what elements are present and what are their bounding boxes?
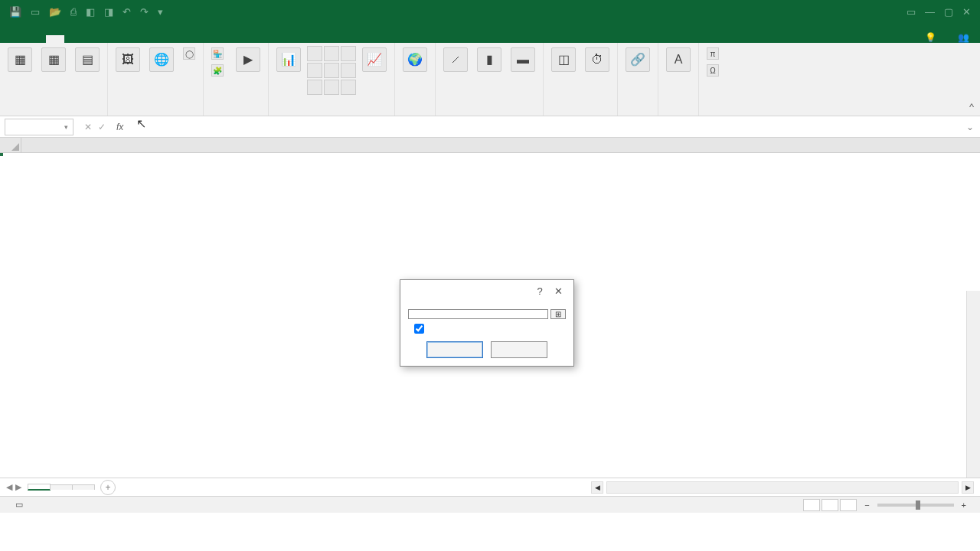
range-selector-icon[interactable]: ⊞ — [550, 309, 566, 319]
text-button[interactable]: A — [663, 46, 694, 75]
open-icon[interactable]: 📂 — [49, 6, 61, 18]
qat-icon3[interactable]: ◨ — [104, 6, 113, 18]
hyperlink-button[interactable]: 🔗 — [622, 46, 653, 75]
name-box[interactable] — [5, 119, 74, 135]
sheet-nav-prev-icon[interactable]: ◀ — [6, 482, 12, 492]
sparkline-line-button[interactable]: ⟋ — [440, 46, 471, 75]
shapes-button[interactable]: ◯ — [180, 46, 198, 61]
enter-formula-icon[interactable]: ✓ — [98, 122, 106, 132]
macro-recording-icon[interactable]: ▭ — [15, 500, 23, 510]
symbol-button[interactable]: Ω — [704, 63, 725, 78]
save-icon[interactable]: 💾 — [9, 6, 21, 18]
qat: 💾 ▭ 📂 ⎙ ◧ ◨ ↶ ↷ ▾ — [0, 6, 172, 18]
hscroll-left-icon[interactable]: ◀ — [591, 481, 603, 494]
sheet-nav-next-icon[interactable]: ▶ — [15, 482, 21, 492]
tab-xlcampus[interactable] — [193, 35, 211, 43]
tell-me-search[interactable] — [925, 32, 936, 43]
pictures-button[interactable]: 🖼 — [113, 46, 143, 75]
select-all-button[interactable] — [0, 138, 21, 152]
tab-page-layout[interactable] — [64, 35, 83, 43]
formula-bar: ✕ ✓ fx ⌄ — [0, 116, 980, 138]
recommended-pivottables-button[interactable]: ▦ — [38, 46, 69, 75]
dialog-help-icon[interactable]: ? — [531, 285, 549, 297]
new-sheet-button[interactable]: + — [100, 480, 116, 495]
new-icon[interactable]: ▭ — [31, 6, 40, 18]
store-button[interactable]: 🏪 — [208, 46, 230, 61]
tab-view[interactable] — [138, 35, 156, 43]
dialog-close-icon[interactable]: ✕ — [549, 285, 567, 297]
tab-home[interactable] — [28, 35, 46, 43]
tab-formulas[interactable] — [83, 35, 101, 43]
vertical-scrollbar[interactable] — [966, 291, 980, 478]
headers-checkbox[interactable] — [414, 324, 424, 334]
view-page-break-icon[interactable] — [840, 499, 857, 511]
tab-developer[interactable] — [156, 35, 175, 43]
redo-icon[interactable]: ↷ — [140, 6, 149, 18]
cancel-button[interactable] — [491, 341, 547, 358]
share-button[interactable] — [958, 32, 969, 43]
maximize-icon[interactable]: ▢ — [944, 6, 953, 18]
ok-button[interactable] — [426, 341, 483, 358]
active-cell-border — [0, 153, 3, 156]
titlebar: 💾 ▭ 📂 ⎙ ◧ ◨ ↶ ↷ ▾ ▭ — ▢ ✕ — [0, 0, 980, 23]
bing-maps-button[interactable]: ▶ — [233, 46, 263, 73]
3d-map-button[interactable]: 🌍 — [400, 46, 430, 75]
online-pictures-button[interactable]: 🌐 — [146, 46, 177, 75]
hscroll-right-icon[interactable]: ▶ — [962, 481, 974, 494]
tab-data[interactable] — [101, 35, 119, 43]
status-bar: ▭ − + — [0, 496, 980, 513]
ribbon-insert: ▦ ▦ ▤ 🖼 🌐 ◯ 🏪 🧩 ▶ 📊 📈 — [0, 43, 980, 116]
zoom-out-icon[interactable]: − — [864, 500, 869, 510]
tab-file[interactable] — [0, 35, 28, 43]
ribbon-options-icon[interactable]: ▭ — [906, 6, 916, 18]
collapse-ribbon-icon[interactable]: ^ — [969, 101, 974, 112]
slicer-button[interactable]: ◫ — [548, 46, 579, 75]
table-range-input[interactable] — [408, 309, 548, 319]
sheet-tabs-bar: ◀ ▶ + ◀ ▶ — [0, 478, 980, 496]
recommended-charts-button[interactable]: 📊 — [273, 46, 304, 75]
ribbon-tabs — [0, 23, 980, 43]
sparkline-column-button[interactable]: ▮ — [474, 46, 505, 75]
minimize-icon[interactable]: — — [925, 6, 935, 18]
sheet-tab-responses-comma[interactable] — [50, 484, 73, 490]
close-icon[interactable]: ✕ — [962, 6, 971, 18]
undo-icon[interactable]: ↶ — [122, 6, 131, 18]
tab-addins[interactable] — [175, 35, 193, 43]
my-addins-button[interactable]: 🧩 — [208, 63, 230, 78]
sparkline-winloss-button[interactable]: ▬ — [508, 46, 538, 75]
sheet-tab-unpivoted[interactable] — [72, 484, 95, 490]
horizontal-scrollbar[interactable] — [606, 481, 959, 494]
zoom-in-icon[interactable]: + — [962, 500, 966, 510]
timeline-button[interactable]: ⏱ — [582, 46, 612, 75]
qat-more-icon[interactable]: ▾ — [158, 6, 163, 18]
tab-review[interactable] — [119, 35, 138, 43]
fx-icon[interactable]: fx — [112, 122, 128, 132]
sheet-tab-responses[interactable] — [28, 484, 51, 491]
marching-ants-selection — [0, 153, 3, 156]
pivotchart-button[interactable]: 📈 — [359, 46, 390, 75]
create-table-dialog: ? ✕ ⊞ — [400, 279, 574, 367]
cancel-formula-icon[interactable]: ✕ — [84, 122, 92, 132]
table-button[interactable]: ▤ — [72, 46, 103, 75]
equation-button[interactable]: π — [704, 46, 725, 61]
tab-insert[interactable] — [46, 35, 64, 43]
view-page-layout-icon[interactable] — [822, 499, 838, 511]
qat-icon2[interactable]: ◧ — [86, 6, 95, 18]
view-normal-icon[interactable] — [803, 499, 820, 511]
chart-gallery[interactable] — [307, 46, 356, 95]
expand-formula-icon[interactable]: ⌄ — [960, 122, 980, 132]
zoom-slider[interactable] — [877, 504, 954, 507]
pivottable-button[interactable]: ▦ — [5, 46, 35, 75]
qat-icon[interactable]: ⎙ — [70, 6, 77, 18]
